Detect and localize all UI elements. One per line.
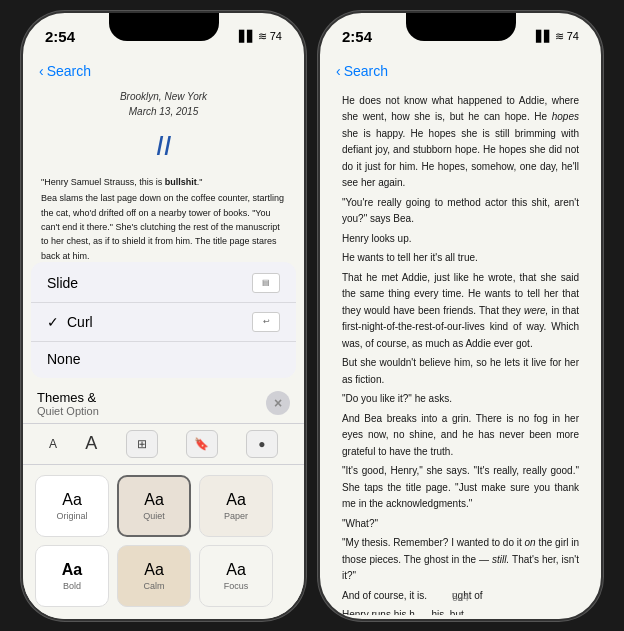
right-nav-bar: ‹ Search [320, 53, 601, 89]
font-controls: A A ⊞ 🔖 ● [23, 423, 304, 465]
theme-paper-aa: Aa [226, 491, 246, 509]
right-back-label: Search [344, 63, 388, 79]
right-reader-content: He does not know what happened to Addie,… [320, 89, 601, 615]
bookmark-button[interactable]: 🔖 [186, 430, 218, 458]
theme-bold-aa: Aa [62, 561, 82, 579]
right-status-icons: ▋▋ ≋ 74 [536, 30, 579, 43]
font-small-label[interactable]: A [49, 437, 57, 451]
right-status-bar: 2:54 ▋▋ ≋ 74 [320, 13, 601, 53]
transition-none[interactable]: None [31, 342, 296, 376]
reader-para-3: Henry looks up. [342, 231, 579, 248]
reader-para-4: He wants to tell her it's all true. [342, 250, 579, 267]
reader-para-8: And Bea breaks into a grin. There is no … [342, 411, 579, 461]
themes-row: Themes & Quiet Option × [23, 384, 304, 419]
theme-original-aa: Aa [62, 491, 82, 509]
theme-quiet[interactable]: Aa Quiet [117, 475, 191, 537]
reader-para-6: But she wouldn't believe him, so he lets… [342, 355, 579, 388]
left-status-icons: ▋▋ ≋ 74 [239, 30, 282, 43]
book-header: Brooklyn, New York March 13, 2015 II [41, 89, 286, 167]
themes-title: Themes & [37, 390, 99, 405]
book-location: Brooklyn, New York [41, 89, 286, 105]
reader-para-5: That he met Addie, just like he wrote, t… [342, 270, 579, 353]
reader-para-1: He does not know what happened to Addie,… [342, 93, 579, 192]
theme-paper-label: Paper [224, 511, 248, 521]
curl-icon: ↩ [252, 312, 280, 332]
right-phone: 2:54 ▋▋ ≋ 74 ‹ Search He does not know w… [318, 11, 603, 621]
right-chevron-icon: ‹ [336, 63, 341, 79]
theme-original-label: Original [56, 511, 87, 521]
bottom-panel: Slide ▤ Curl ↩ None Themes & Quiet Optio… [23, 262, 304, 619]
book-para-2: Bea slams the last page down on the coff… [41, 191, 286, 263]
transition-curl[interactable]: Curl ↩ [31, 303, 296, 342]
reader-para-2: "You're really going to method actor thi… [342, 195, 579, 228]
left-nav-bar: ‹ Search [23, 53, 304, 89]
left-back-label: Search [47, 63, 91, 79]
transition-menu: Slide ▤ Curl ↩ None [31, 262, 296, 378]
left-back-button[interactable]: ‹ Search [39, 63, 91, 79]
themes-label: Themes & Quiet Option [37, 390, 99, 417]
theme-quiet-label: Quiet [143, 511, 165, 521]
display-button[interactable]: ● [246, 430, 278, 458]
book-para-1: "Henry Samuel Strauss, this is bullshit.… [41, 175, 286, 189]
transition-curl-label: Curl [67, 314, 252, 330]
theme-focus-label: Focus [224, 581, 249, 591]
reader-para-11: "My thesis. Remember? I wanted to do it … [342, 535, 579, 585]
quiet-option-label: Quiet Option [37, 405, 99, 417]
page-number: 524 [320, 592, 601, 603]
book-date: March 13, 2015 [41, 104, 286, 120]
theme-bold-label: Bold [63, 581, 81, 591]
font-large-label[interactable]: A [85, 433, 97, 454]
theme-bold[interactable]: Aa Bold [35, 545, 109, 607]
theme-focus-aa: Aa [226, 561, 246, 579]
theme-calm-aa: Aa [144, 561, 164, 579]
reader-para-7: "Do you like it?" he asks. [342, 391, 579, 408]
transition-none-label: None [47, 351, 280, 367]
transition-slide-label: Slide [47, 275, 252, 291]
theme-cards: Aa Original Aa Quiet Aa Paper Aa Bold Aa [23, 469, 304, 619]
book-chapter: II [41, 124, 286, 167]
slide-icon: ▤ [252, 273, 280, 293]
reader-para-10: "What?" [342, 516, 579, 533]
reader-para-13: Henry runs his h his, but [342, 607, 579, 615]
theme-paper[interactable]: Aa Paper [199, 475, 273, 537]
left-chevron-icon: ‹ [39, 63, 44, 79]
close-button[interactable]: × [266, 391, 290, 415]
theme-calm-label: Calm [143, 581, 164, 591]
left-phone: 2:54 ▋▋ ≋ 74 ‹ Search Brooklyn, New York… [21, 11, 306, 621]
theme-original[interactable]: Aa Original [35, 475, 109, 537]
right-status-time: 2:54 [342, 28, 372, 45]
left-status-bar: 2:54 ▋▋ ≋ 74 [23, 13, 304, 53]
transition-slide[interactable]: Slide ▤ [31, 264, 296, 303]
font-type-button[interactable]: ⊞ [126, 430, 158, 458]
phones-container: 2:54 ▋▋ ≋ 74 ‹ Search Brooklyn, New York… [21, 11, 603, 621]
reader-para-9: "It's good, Henry," she says. "It's real… [342, 463, 579, 513]
left-status-time: 2:54 [45, 28, 75, 45]
theme-quiet-aa: Aa [144, 491, 164, 509]
theme-focus[interactable]: Aa Focus [199, 545, 273, 607]
theme-calm[interactable]: Aa Calm [117, 545, 191, 607]
right-back-button[interactable]: ‹ Search [336, 63, 388, 79]
